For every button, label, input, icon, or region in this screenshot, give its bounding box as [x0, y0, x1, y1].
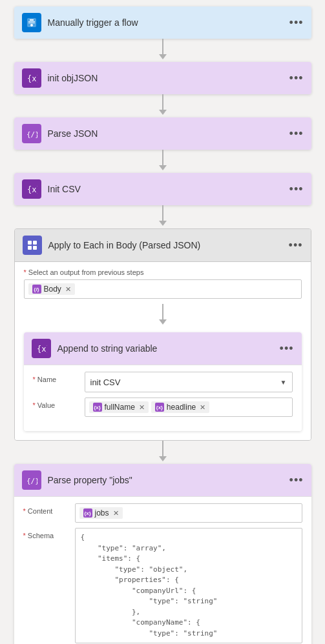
init-csv-more[interactable]: •••: [289, 183, 304, 195]
schema-value: { "type": "array", "items": { "type": "o…: [75, 528, 302, 643]
content-label: Content: [23, 503, 75, 515]
parse-json-step: {/} Parse JSON •••: [14, 117, 311, 150]
append-string-body: Name init CSV ▼ Value: [24, 365, 302, 431]
append-string-more[interactable]: •••: [280, 343, 294, 354]
init-objjson-more[interactable]: •••: [289, 72, 304, 84]
name-select-arrow: ▼: [280, 379, 287, 386]
value-tags-container: {x} fullName ✕ {x} headline: [85, 397, 293, 417]
fullname-tag: {x} fullName ✕: [89, 401, 149, 413]
svg-text:{x}: {x}: [27, 74, 37, 83]
trigger-more[interactable]: •••: [289, 17, 304, 28]
init-csv-title: Init CSV: [48, 184, 289, 194]
parse-property-icon: {/}: [22, 470, 41, 490]
append-string-step: {x} Append to string variable ••• Name i…: [24, 332, 302, 431]
jobs-tag-icon: {x}: [83, 508, 92, 518]
svg-rect-8: [33, 246, 37, 250]
body-tag-label: Body: [44, 285, 61, 294]
fullname-tag-icon: {x}: [93, 403, 102, 412]
svg-point-1: [30, 24, 33, 26]
trigger-header: Manually trigger a flow •••: [14, 6, 311, 39]
flow-container: Manually trigger a flow ••• {x} init obj…: [0, 0, 325, 644]
init-objjson-header: {x} init objJSON •••: [14, 62, 311, 94]
init-objjson-step: {x} init objJSON •••: [14, 62, 311, 94]
schema-field-row: Schema { "type": "array", "items": { "ty…: [23, 528, 302, 643]
svg-text:{x}: {x}: [37, 345, 47, 354]
init-csv-icon: {x}: [22, 179, 41, 199]
name-select-value: init CSV: [90, 377, 121, 387]
content-field-row: Content {x} jobs ✕: [23, 503, 302, 523]
apply-to-each-body-title: Apply to Each in Body (Parsed JSON): [48, 240, 289, 250]
parse-property-more[interactable]: •••: [289, 474, 304, 486]
inner-flow-1: [24, 299, 302, 332]
apply-to-each-body-container: Apply to Each in Body (Parsed JSON) ••• …: [14, 228, 311, 441]
svg-rect-5: [28, 241, 32, 245]
trigger-icon: [22, 13, 41, 32]
svg-text:{/}: {/}: [26, 130, 37, 139]
svg-rect-6: [33, 241, 37, 245]
append-string-title: Append to string variable: [58, 343, 280, 354]
schema-label: Schema: [23, 528, 75, 539]
value-field-row: Value {x} fullName ✕: [33, 397, 293, 417]
parse-json-title: Parse JSON: [48, 128, 289, 139]
name-select[interactable]: init CSV ▼: [85, 372, 293, 392]
svg-rect-7: [28, 246, 32, 250]
apply-to-each-body-content: Select an output from previous steps {/}…: [15, 262, 311, 440]
apply-to-each-body-header: Apply to Each in Body (Parsed JSON) •••: [15, 229, 311, 262]
jobs-tag: {x} jobs ✕: [79, 507, 123, 519]
svg-text:{/}: {/}: [26, 477, 37, 485]
name-field-row: Name init CSV ▼: [33, 372, 293, 392]
arrow-3: [159, 150, 167, 173]
init-csv-header: {x} Init CSV •••: [14, 173, 311, 205]
select-output-label: Select an output from previous steps: [24, 268, 302, 276]
arrow-2: [159, 94, 167, 117]
content-tag-input[interactable]: {x} jobs ✕: [75, 503, 302, 523]
select-output-input[interactable]: {/} Body ✕: [24, 279, 302, 299]
arrow-4: [159, 205, 167, 228]
append-string-icon: {x}: [32, 339, 51, 358]
arrow-1: [159, 39, 167, 62]
headline-tag-icon: {x}: [155, 403, 164, 412]
content-value: {x} jobs ✕: [75, 503, 302, 523]
parse-json-icon: {/}: [22, 124, 41, 143]
name-value-container: init CSV ▼: [85, 372, 293, 392]
headline-tag-label: headline: [167, 403, 196, 412]
body-tag-remove[interactable]: ✕: [65, 285, 71, 294]
parse-json-more[interactable]: •••: [289, 128, 304, 139]
parse-property-step: {/} Parse property "jobs" ••• Content {x…: [14, 464, 311, 644]
arrow-5: [159, 441, 167, 464]
headline-tag-remove[interactable]: ✕: [200, 403, 205, 412]
svg-text:{x}: {x}: [27, 185, 37, 194]
parse-property-body: Content {x} jobs ✕ Schema: [14, 496, 311, 644]
parse-json-header: {/} Parse JSON •••: [14, 117, 311, 150]
apply-to-each-body-more[interactable]: •••: [289, 239, 303, 251]
parse-property-header: {/} Parse property "jobs" •••: [14, 464, 311, 496]
jobs-tag-remove[interactable]: ✕: [113, 509, 119, 518]
fullname-tag-remove[interactable]: ✕: [139, 403, 145, 412]
value-tag-input[interactable]: {x} fullName ✕ {x} headline: [85, 397, 293, 417]
value-label: Value: [33, 397, 85, 409]
schema-code[interactable]: { "type": "array", "items": { "type": "o…: [75, 528, 302, 643]
body-tag-icon: {/}: [32, 285, 41, 294]
inner-arrow-1: [159, 304, 167, 327]
name-label: Name: [33, 372, 85, 383]
body-tag: {/} Body ✕: [28, 283, 75, 295]
jobs-tag-label: jobs: [95, 508, 109, 518]
apply-to-each-body-icon: [23, 236, 42, 255]
fullname-tag-label: fullName: [105, 403, 135, 412]
trigger-step: Manually trigger a flow •••: [14, 6, 311, 39]
trigger-title: Manually trigger a flow: [48, 17, 289, 28]
init-csv-step: {x} Init CSV •••: [14, 173, 311, 205]
headline-tag: {x} headline ✕: [151, 401, 209, 413]
init-objjson-icon: {x}: [22, 68, 41, 88]
init-objjson-title: init objJSON: [48, 73, 289, 83]
parse-property-title: Parse property "jobs": [48, 475, 289, 485]
append-string-header: {x} Append to string variable •••: [24, 332, 302, 365]
